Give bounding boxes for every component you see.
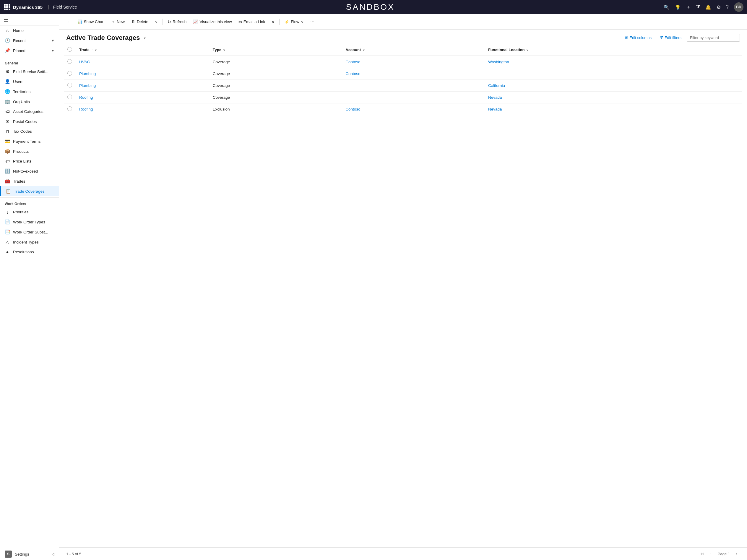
sidebar-item-field-service-settings[interactable]: ⚙ Field Service Setti... xyxy=(0,67,59,77)
delete-button[interactable]: 🗑 Delete xyxy=(128,18,151,26)
sidebar-item-label: Tax Codes xyxy=(13,129,32,133)
row-checkbox[interactable] xyxy=(64,68,76,80)
sidebar-item-postal-codes[interactable]: ✉ Postal Codes xyxy=(0,117,59,126)
sidebar-item-label: Field Service Setti... xyxy=(13,70,49,74)
building-icon: 🏢 xyxy=(5,99,10,104)
sidebar-item-org-units[interactable]: 🏢 Org Units xyxy=(0,97,59,107)
cell-type: Coverage xyxy=(209,56,342,68)
sidebar-item-label: Payment Terms xyxy=(13,139,41,144)
sidebar-item-work-order-subst[interactable]: 📑 Work Order Subst... xyxy=(0,227,59,237)
next-page-button[interactable]: → xyxy=(731,551,740,557)
cell-account[interactable]: Contoso xyxy=(342,68,485,80)
lightbulb-icon[interactable]: 💡 xyxy=(675,4,681,10)
sidebar-item-users[interactable]: 👤 Users xyxy=(0,77,59,86)
add-icon[interactable]: ＋ xyxy=(686,4,691,10)
row-checkbox[interactable] xyxy=(64,56,76,68)
visualize-button[interactable]: 📈 Visualize this view xyxy=(190,18,235,26)
refresh-button[interactable]: ↻ Refresh xyxy=(164,18,189,26)
sidebar-item-label: Territories xyxy=(13,90,30,94)
cell-trade[interactable]: Plumbing xyxy=(76,80,209,92)
sidebar-item-tax-codes[interactable]: 🗒 Tax Codes xyxy=(0,126,59,136)
settings-icon: ⚙ xyxy=(5,69,10,74)
topbar: Dynamics 365 | Field Service SANDBOX 🔍 💡… xyxy=(0,0,747,14)
back-icon: ← xyxy=(67,20,71,24)
sidebar-item-payment-terms[interactable]: 💳 Payment Terms xyxy=(0,136,59,146)
search-icon[interactable]: 🔍 xyxy=(664,4,670,10)
delete-chevron-button[interactable]: ∨ xyxy=(152,18,161,26)
show-chart-button[interactable]: 📊 Show Chart xyxy=(74,18,108,26)
main-layout: ☰ ⌂ Home 🕐 Recent ∨ 📌 Pinned ∨ General ⚙… xyxy=(0,14,747,560)
cell-functional-location[interactable]: California xyxy=(485,80,742,92)
delete-icon: 🗑 xyxy=(131,20,135,24)
new-button[interactable]: ＋ New xyxy=(108,18,128,26)
email-chevron-button[interactable]: ∨ xyxy=(268,18,278,26)
select-all-checkbox[interactable] xyxy=(64,44,76,56)
list-header: Active Trade Coverages ∨ ⊞ Edit columns … xyxy=(59,29,747,44)
col-trade[interactable]: Trade ↑ ∨ xyxy=(76,44,209,56)
sidebar-item-price-lists[interactable]: 🏷 Price Lists xyxy=(0,156,59,166)
cell-trade[interactable]: Roofing xyxy=(76,103,209,115)
cell-functional-location[interactable]: Nevada xyxy=(485,92,742,103)
filter-icon[interactable]: ⧩ xyxy=(696,4,700,10)
sidebar-item-not-to-exceed[interactable]: 🔢 Not-to-exceed xyxy=(0,166,59,176)
sidebar-item-resolutions[interactable]: ● Resolutions xyxy=(0,247,59,257)
cell-trade[interactable]: Roofing xyxy=(76,92,209,103)
list-title-chevron-icon[interactable]: ∨ xyxy=(143,35,146,40)
sidebar-settings[interactable]: S Settings ◁ xyxy=(0,548,59,560)
sidebar-item-priorities[interactable]: ↓ Priorities xyxy=(0,207,59,217)
users-icon: 👤 xyxy=(5,79,10,84)
sidebar-item-trade-coverages[interactable]: 📋 Trade Coverages xyxy=(0,186,59,196)
first-page-button[interactable]: ⏮ xyxy=(698,551,706,557)
row-checkbox[interactable] xyxy=(64,103,76,115)
filter-input[interactable] xyxy=(687,34,740,42)
col-functional-location[interactable]: Functional Location ∨ xyxy=(485,44,742,56)
sidebar-item-label: Work Order Types xyxy=(13,220,45,224)
user-avatar[interactable]: BD xyxy=(734,2,744,12)
row-checkbox[interactable] xyxy=(64,92,76,103)
cell-functional-location[interactable]: Washington xyxy=(485,56,742,68)
card-icon: 💳 xyxy=(5,138,10,144)
chevron-down-icon: ∨ xyxy=(272,20,275,24)
sidebar-bottom-divider xyxy=(0,547,59,547)
more-button[interactable]: ⋯ xyxy=(307,18,317,26)
flow-button[interactable]: ⚡ Flow ∨ xyxy=(281,18,307,26)
help-icon[interactable]: ? xyxy=(726,4,729,10)
sidebar-item-asset-categories[interactable]: 🏷 Asset Categories xyxy=(0,107,59,117)
sidebar-item-trades[interactable]: 🧰 Trades xyxy=(0,176,59,186)
sidebar-item-work-order-types[interactable]: 📄 Work Order Types xyxy=(0,217,59,227)
col-type[interactable]: Type ∨ xyxy=(209,44,342,56)
topbar-actions: 🔍 💡 ＋ ⧩ 🔔 ⚙ ? BD xyxy=(664,2,744,12)
row-checkbox[interactable] xyxy=(64,80,76,92)
col-chevron-icon: ∨ xyxy=(526,48,528,52)
sidebar-item-pinned[interactable]: 📌 Pinned ∨ xyxy=(0,46,59,55)
work-orders-section-header: Work Orders xyxy=(0,199,59,207)
sidebar-item-products[interactable]: 📦 Products xyxy=(0,146,59,156)
sidebar-hamburger[interactable]: ☰ xyxy=(3,17,8,23)
cell-account[interactable]: Contoso xyxy=(342,103,485,115)
cell-account[interactable]: Contoso xyxy=(342,56,485,68)
waffle-menu[interactable] xyxy=(3,3,11,10)
email-link-button[interactable]: ✉ Email a Link xyxy=(235,18,268,26)
sidebar-item-incident-types[interactable]: △ Incident Types xyxy=(0,237,59,247)
cell-functional-location[interactable]: Nevada xyxy=(485,103,742,115)
table-row: PlumbingCoverageCalifornia xyxy=(64,80,742,92)
chevron-down-icon: ∨ xyxy=(52,39,54,43)
sidebar-item-home[interactable]: ⌂ Home xyxy=(0,26,59,35)
mail-icon: ✉ xyxy=(5,119,10,124)
cell-trade[interactable]: HVAC xyxy=(76,56,209,68)
notification-icon[interactable]: 🔔 xyxy=(705,4,711,10)
cell-type: Coverage xyxy=(209,68,342,80)
prev-page-button[interactable]: ← xyxy=(708,551,716,557)
module-name[interactable]: Field Service xyxy=(53,5,77,9)
sidebar-item-territories[interactable]: 🌐 Territories xyxy=(0,86,59,97)
sidebar-item-recent[interactable]: 🕐 Recent ∨ xyxy=(0,35,59,46)
sidebar-item-label: Trade Coverages xyxy=(14,189,45,194)
cell-trade[interactable]: Plumbing xyxy=(76,68,209,80)
products-icon: 📦 xyxy=(5,149,10,154)
edit-filters-button[interactable]: ⧩ Edit filters xyxy=(657,34,684,42)
col-account[interactable]: Account ∨ xyxy=(342,44,485,56)
back-button[interactable]: ← xyxy=(64,18,74,26)
settings-icon[interactable]: ⚙ xyxy=(717,4,721,10)
edit-columns-button[interactable]: ⊞ Edit columns xyxy=(622,34,654,41)
brand-name[interactable]: Dynamics 365 xyxy=(13,5,43,10)
